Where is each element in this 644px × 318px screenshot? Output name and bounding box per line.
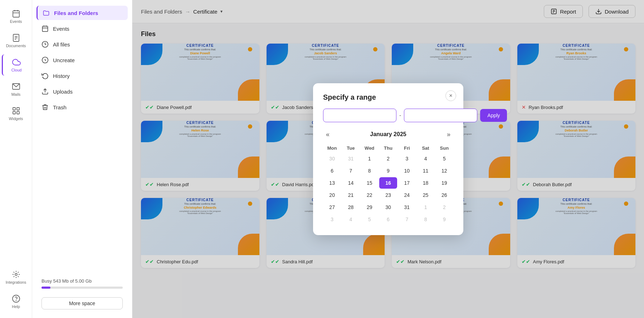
sidebar-item-events[interactable]: Events — [2, 6, 30, 27]
calendar-day[interactable]: 30 — [379, 202, 397, 213]
calendar-day[interactable]: 10 — [398, 165, 416, 177]
calendar-day-header: Fri — [398, 144, 416, 152]
modal-overlay: Specify a range × - Apply « January 2025… — [132, 0, 644, 318]
svg-rect-10 — [17, 108, 19, 110]
sidebar-item-uncreate[interactable]: Uncreate — [36, 53, 128, 67]
calendar-day[interactable]: 3 — [323, 214, 341, 225]
nav-sidebar: Files and Folders Events All files Uncre… — [32, 0, 132, 318]
trash-icon — [42, 104, 49, 111]
calendar-day[interactable]: 7 — [342, 165, 360, 177]
calendar-day[interactable]: 9 — [435, 214, 453, 225]
sidebar-item-files-and-folders[interactable]: Files and Folders — [36, 6, 128, 20]
calendar-day[interactable]: 31 — [398, 202, 416, 213]
calendar-icon — [12, 9, 20, 18]
calendar-day[interactable]: 1 — [361, 153, 379, 164]
document-icon — [12, 34, 20, 42]
calendar-day[interactable]: 12 — [435, 165, 453, 177]
calendar-day[interactable]: 30 — [323, 153, 341, 164]
help-icon — [12, 294, 20, 303]
calendar-day[interactable]: 6 — [323, 165, 341, 177]
apply-button[interactable]: Apply — [480, 109, 507, 122]
calendar-day[interactable]: 23 — [379, 189, 397, 201]
calendar-grid: MonTueWedThuFriSatSun3031123456789101112… — [323, 144, 453, 225]
calendar-day[interactable]: 5 — [361, 214, 379, 225]
calendar-next-button[interactable]: » — [444, 129, 453, 140]
sidebar-item-mails[interactable]: Mails — [2, 79, 30, 100]
sidebar-item-integrations-label: Integrations — [6, 280, 26, 284]
calendar-day[interactable]: 27 — [323, 202, 341, 213]
sidebar-item-uncreate-label: Uncreate — [53, 57, 75, 63]
calendar-day[interactable]: 17 — [398, 177, 416, 189]
calendar-day[interactable]: 3 — [398, 153, 416, 164]
integrations-icon — [12, 270, 20, 279]
more-space-button[interactable]: More space — [42, 297, 123, 309]
calendar-day[interactable]: 6 — [379, 214, 397, 225]
sidebar-item-all-files[interactable]: All files — [36, 37, 128, 51]
calendar-day[interactable]: 21 — [342, 189, 360, 201]
calendar-day[interactable]: 18 — [416, 177, 434, 189]
storage-bar-fill — [42, 287, 50, 289]
icon-sidebar: Events Documents Cloud Mails Widgets Int… — [0, 0, 32, 318]
calendar-day[interactable]: 5 — [435, 153, 453, 164]
sidebar-item-trash[interactable]: Trash — [36, 100, 128, 114]
calendar-day[interactable]: 2 — [379, 153, 397, 164]
calendar-day[interactable]: 7 — [398, 214, 416, 225]
mail-icon — [12, 82, 20, 91]
calendar-day[interactable]: 31 — [342, 153, 360, 164]
date-separator: - — [399, 112, 401, 119]
svg-rect-12 — [17, 111, 19, 114]
calendar-day[interactable]: 20 — [323, 189, 341, 201]
calendar: « January 2025 » MonTueWedThuFriSatSun30… — [323, 129, 453, 225]
calendar-day[interactable]: 1 — [416, 202, 434, 213]
calendar-day[interactable]: 22 — [361, 189, 379, 201]
cloud-icon — [12, 58, 21, 66]
calendar-day-header: Tue — [342, 144, 360, 152]
calendar-day[interactable]: 8 — [361, 165, 379, 177]
calendar-day[interactable]: 11 — [416, 165, 434, 177]
calendar-day[interactable]: 24 — [398, 189, 416, 201]
calendar-day-header: Sat — [416, 144, 434, 152]
date-range-row: - Apply — [323, 109, 453, 122]
calendar-day[interactable]: 19 — [435, 177, 453, 189]
sidebar-item-mails-label: Mails — [11, 92, 21, 96]
modal-close-button[interactable]: × — [445, 90, 456, 101]
svg-point-14 — [13, 295, 20, 302]
calendar-day[interactable]: 4 — [342, 214, 360, 225]
history-icon — [42, 72, 49, 79]
sidebar-item-help-label: Help — [12, 304, 20, 309]
calendar-day[interactable]: 28 — [342, 202, 360, 213]
calendar-day[interactable]: 2 — [435, 202, 453, 213]
sidebar-item-help[interactable]: Help — [2, 291, 30, 312]
calendar-day[interactable]: 14 — [342, 177, 360, 189]
calendar-day[interactable]: 9 — [379, 165, 397, 177]
date-end-input[interactable] — [404, 109, 477, 122]
svg-rect-16 — [43, 26, 48, 31]
calendar-day[interactable]: 25 — [416, 189, 434, 201]
sidebar-item-nav-events[interactable]: Events — [36, 21, 128, 36]
calendar-day[interactable]: 26 — [435, 189, 453, 201]
sidebar-item-files-and-folders-label: Files and Folders — [54, 10, 98, 16]
sidebar-item-widgets[interactable]: Widgets — [2, 103, 30, 124]
calendar-day[interactable]: 15 — [361, 177, 379, 189]
storage-section: Busy 543 Mb of 5.00 Gb — [36, 274, 128, 293]
calendar-day[interactable]: 13 — [323, 177, 341, 189]
calendar-day-header: Sun — [435, 144, 453, 152]
svg-point-13 — [15, 273, 17, 275]
sidebar-item-documents[interactable]: Documents — [2, 30, 30, 51]
calendar-month-label: January 2025 — [370, 131, 406, 138]
uncreate-icon — [42, 56, 49, 64]
sidebar-item-history[interactable]: History — [36, 69, 128, 83]
calendar-prev-button[interactable]: « — [323, 129, 332, 140]
sidebar-item-integrations[interactable]: Integrations — [2, 267, 30, 288]
sidebar-item-uploads-label: Uploads — [53, 89, 73, 95]
sidebar-item-uploads[interactable]: Uploads — [36, 84, 128, 99]
svg-rect-0 — [13, 11, 19, 17]
calendar-day[interactable]: 8 — [416, 214, 434, 225]
calendar-day[interactable]: 29 — [361, 202, 379, 213]
calendar-day[interactable]: 4 — [416, 153, 434, 164]
date-start-input[interactable] — [323, 109, 396, 122]
calendar-day[interactable]: 16 — [379, 177, 397, 189]
calendar-nav-icon — [42, 25, 49, 32]
clock-icon — [42, 41, 49, 48]
sidebar-item-cloud[interactable]: Cloud — [2, 54, 30, 76]
